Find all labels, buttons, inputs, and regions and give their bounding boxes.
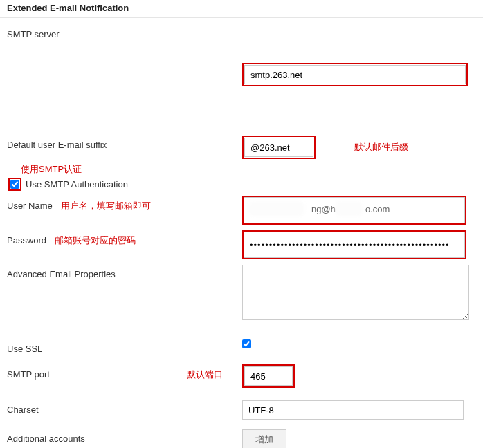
smtp-auth-annotation: 使用SMTP认证 — [21, 164, 82, 174]
smtp-auth-label: Use SMTP Authentication — [26, 179, 128, 189]
default-suffix-input[interactable] — [244, 138, 313, 157]
charset-label: Charset — [7, 404, 39, 415]
section-title: Extended E-mail Notification — [0, 0, 483, 18]
advanced-label: Advanced Email Properties — [7, 269, 116, 279]
add-account-button[interactable]: 增加 — [242, 429, 286, 448]
password-label: Password — [7, 235, 46, 245]
default-suffix-label: Default user E-mail suffix — [7, 140, 107, 150]
use-ssl-label: Use SSL — [7, 344, 42, 354]
user-name-label: User Name — [7, 200, 53, 211]
smtp-port-annotation: 默认端口 — [187, 368, 223, 381]
additional-accounts-label: Additional accounts — [7, 433, 85, 444]
smtp-port-label: SMTP port — [7, 369, 50, 380]
smtp-server-label: SMTP server — [7, 29, 60, 39]
password-annotation: 邮箱账号对应的密码 — [55, 234, 136, 247]
user-name-fragment-end: o.com — [365, 204, 390, 214]
user-name-fragment-mid: ng@h — [311, 204, 336, 214]
user-name-annotation: 用户名，填写邮箱即可 — [61, 200, 151, 212]
smtp-server-input[interactable] — [244, 65, 466, 84]
use-ssl-checkbox[interactable] — [242, 339, 251, 348]
smtp-auth-checkbox[interactable] — [10, 180, 19, 189]
advanced-textarea[interactable] — [242, 265, 469, 320]
default-suffix-annotation: 默认邮件后缀 — [354, 141, 408, 153]
charset-input[interactable] — [242, 400, 464, 420]
password-input[interactable] — [244, 232, 465, 258]
smtp-port-input[interactable] — [244, 366, 293, 386]
